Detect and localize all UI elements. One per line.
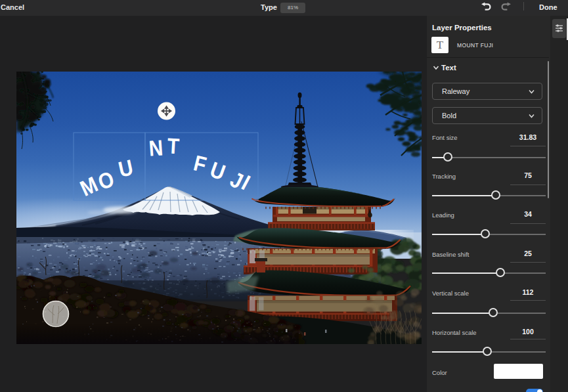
svg-text:N: N <box>148 135 164 161</box>
svg-text:T: T <box>167 133 180 159</box>
